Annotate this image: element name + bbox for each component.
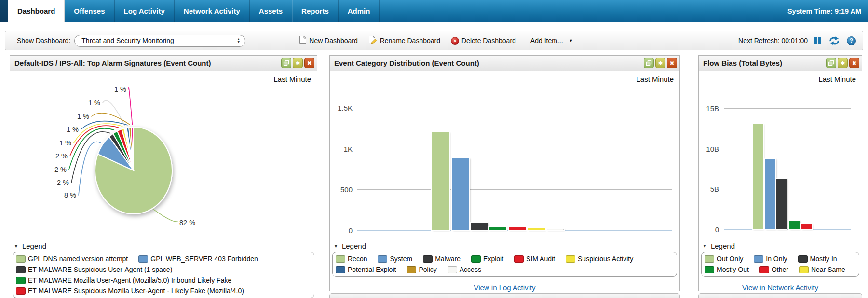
tab-network-activity[interactable]: Network Activity bbox=[175, 0, 250, 22]
view-in-log-activity-link[interactable]: View in Log Activity bbox=[330, 284, 679, 292]
panel-title: Flow Bias (Total Bytes) bbox=[703, 59, 782, 67]
pie-percent-label: 2 % bbox=[57, 179, 69, 186]
legend-swatch bbox=[514, 255, 524, 263]
tab-assets[interactable]: Assets bbox=[250, 0, 292, 22]
legend-item-label: Policy bbox=[419, 266, 436, 273]
pause-icon bbox=[818, 37, 821, 44]
bar-system bbox=[452, 158, 469, 230]
legend-item-label: In Only bbox=[766, 255, 787, 263]
legend-toggle[interactable]: ▼ Legend bbox=[334, 242, 366, 250]
system-time-label: System Time: 9:19 AM bbox=[787, 0, 861, 22]
legend-swatch bbox=[705, 266, 714, 273]
legend-item-label: Exploit bbox=[483, 255, 503, 263]
panel-body: Last Minute 1.5K1K5000 ▼ Legend ReconSys… bbox=[330, 71, 679, 291]
add-item-button[interactable]: Add Item... ▼ bbox=[530, 37, 573, 44]
bar-mostly-in bbox=[776, 179, 787, 229]
legend-item-label: SIM Audit bbox=[526, 255, 555, 263]
legend-row: Out OnlyIn OnlyMostly In bbox=[705, 254, 856, 264]
pie-percent-label: 1 % bbox=[59, 139, 71, 147]
gridline bbox=[724, 229, 851, 230]
new-dashboard-button[interactable]: New Dashboard bbox=[299, 35, 357, 46]
legend-item-gpl-web-server-403-forbidden: GPL WEB_SERVER 403 Forbidden bbox=[138, 255, 258, 263]
legend-item-in-only: In Only bbox=[754, 255, 787, 263]
panel-header-icons: ✱ ✖ bbox=[644, 58, 677, 68]
pie-percent-label: 82 % bbox=[179, 219, 195, 227]
new-dashboard-label: New Dashboard bbox=[309, 37, 357, 44]
pie-percent-label: 1 % bbox=[88, 99, 100, 107]
help-button[interactable]: ? bbox=[847, 36, 856, 45]
tab-offenses[interactable]: Offenses bbox=[65, 0, 114, 22]
legend-collapse-icon: ▼ bbox=[703, 244, 707, 249]
tab-reports[interactable]: Reports bbox=[292, 0, 339, 22]
legend-swatch bbox=[336, 266, 345, 273]
bar-access bbox=[547, 229, 564, 230]
legend-item-et-malware-suspicious-mozilla-user-agent-likely-fake-mozilla-4-0: ET MALWARE Suspicious Mozilla User-Agent… bbox=[16, 287, 244, 295]
new-dashboard-icon bbox=[299, 35, 307, 46]
pie-percent-label: 1 % bbox=[67, 126, 79, 133]
tab-log-activity[interactable]: Log Activity bbox=[115, 0, 175, 22]
legend-item-recon: Recon bbox=[336, 255, 367, 263]
tab-dashboard[interactable]: Dashboard bbox=[8, 0, 65, 22]
panel-body: Last Minute 15B10B5B0 ▼ Legend Out OnlyI… bbox=[699, 71, 862, 291]
legend-item-label: ET MALWARE Suspicious User-Agent (1 spac… bbox=[28, 266, 172, 273]
refresh-button[interactable] bbox=[828, 36, 840, 45]
legend-item-system: System bbox=[378, 255, 412, 263]
pie-percent-label: 1 % bbox=[114, 85, 126, 93]
view-in-network-activity-link[interactable]: View in Network Activity bbox=[699, 284, 862, 292]
show-dashboard-label: Show Dashboard: bbox=[17, 37, 70, 44]
legend-item-label: ET MALWARE Suspicious Mozilla User-Agent… bbox=[28, 287, 244, 295]
legend-item-label: GPL DNS named version attempt bbox=[28, 255, 128, 263]
y-axis-tick-label: 0 bbox=[715, 226, 724, 234]
legend-title: Legend bbox=[342, 242, 366, 250]
delete-dashboard-button[interactable]: ✕ Delete Dashboard bbox=[451, 37, 516, 45]
legend-title: Legend bbox=[711, 242, 735, 250]
legend-swatch bbox=[407, 266, 416, 273]
pause-refresh-button[interactable] bbox=[814, 37, 821, 44]
leader-line bbox=[153, 209, 177, 222]
timerange-label: Last Minute bbox=[636, 75, 674, 83]
gridline bbox=[724, 108, 851, 109]
legend-toggle[interactable]: ▼ Legend bbox=[14, 242, 46, 250]
y-axis-tick-label: 1K bbox=[344, 145, 357, 153]
legend-item-et-malware-mozilla-user-agent-mozilla-5-0-inbound-likely-fake: ET MALWARE Mozilla User-Agent (Mozilla/5… bbox=[16, 276, 231, 284]
legend-item-mostly-in: Mostly In bbox=[798, 255, 837, 263]
pie-percent-label: 2 % bbox=[54, 166, 67, 173]
legend-item-exploit: Exploit bbox=[471, 255, 503, 263]
y-axis-tick-label: 15B bbox=[706, 104, 724, 113]
bar-out-only bbox=[753, 124, 763, 229]
legend-item-gpl-dns-named-version-attempt: GPL DNS named version attempt bbox=[16, 255, 128, 263]
delete-dashboard-icon: ✕ bbox=[451, 37, 459, 45]
bar-sim-audit bbox=[509, 227, 526, 230]
timerange-label: Last Minute bbox=[818, 75, 856, 83]
settings-gear-icon[interactable]: ✱ bbox=[655, 58, 665, 68]
settings-gear-icon[interactable]: ✱ bbox=[838, 58, 848, 68]
legend-item-potential-exploit: Potential Exploit bbox=[336, 266, 396, 273]
panel-header-icons: ✱ ✖ bbox=[826, 58, 859, 68]
delete-dashboard-label: Delete Dashboard bbox=[461, 37, 516, 44]
bar-exploit bbox=[489, 227, 506, 230]
legend-item-suspicious-activity: Suspicious Activity bbox=[566, 255, 633, 263]
settings-gear-icon[interactable]: ✱ bbox=[293, 58, 303, 68]
partial-panel-header bbox=[698, 293, 862, 298]
duplicate-icon[interactable] bbox=[281, 58, 291, 68]
dashboard-select[interactable]: Threat and Security Monitoring ▲ ▼ bbox=[74, 35, 245, 47]
close-icon[interactable]: ✖ bbox=[304, 58, 314, 68]
duplicate-icon[interactable] bbox=[826, 58, 836, 68]
close-icon[interactable]: ✖ bbox=[849, 58, 859, 68]
panel-header-icons: ✱ ✖ bbox=[281, 58, 314, 68]
partial-panel-header bbox=[329, 293, 680, 298]
legend-toggle[interactable]: ▼ Legend bbox=[703, 242, 735, 250]
toolbar-separator bbox=[288, 34, 288, 47]
y-axis-tick-label: 10B bbox=[706, 145, 724, 153]
pie-percent-label: 1 % bbox=[77, 113, 89, 120]
legend-swatch bbox=[336, 255, 345, 263]
close-icon[interactable]: ✖ bbox=[667, 58, 677, 68]
legend-item-label: Other bbox=[772, 266, 788, 273]
tab-admin[interactable]: Admin bbox=[339, 0, 380, 22]
legend-row: Potential ExploitPolicyAccess bbox=[336, 264, 674, 275]
gridline bbox=[724, 189, 851, 189]
legend-swatch bbox=[798, 255, 808, 263]
rename-dashboard-button[interactable]: Rename Dashboard bbox=[368, 35, 440, 46]
legend-swatch bbox=[138, 255, 148, 263]
duplicate-icon[interactable] bbox=[644, 58, 654, 68]
